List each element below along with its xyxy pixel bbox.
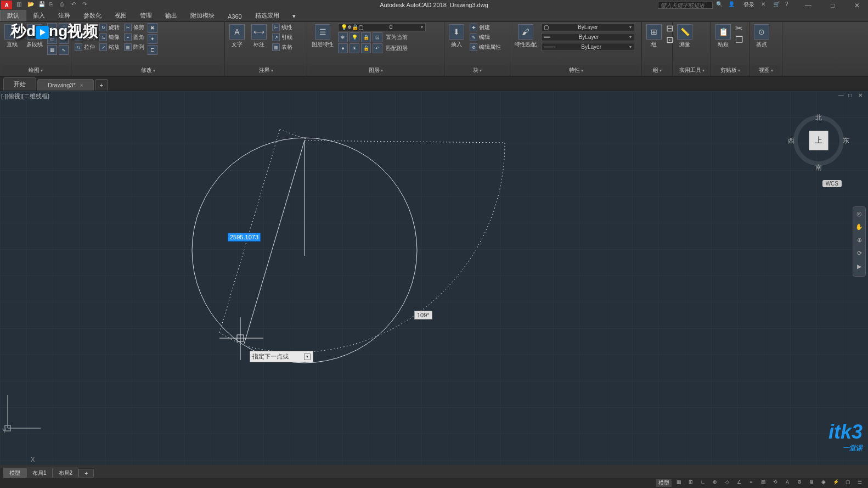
layout-tab-2[interactable]: 布局2 — [53, 468, 79, 479]
user-icon[interactable]: 👤 — [728, 1, 737, 9]
layer-freeze-icon[interactable]: ❄ — [338, 32, 348, 42]
make-current-button[interactable]: 置为当前 — [385, 32, 409, 42]
erase-icon[interactable]: ✖ — [148, 23, 157, 33]
status-polar-icon[interactable]: ⊛ — [710, 479, 720, 487]
status-snap-icon[interactable]: ⊞ — [686, 479, 696, 487]
status-cycling-icon[interactable]: ⟲ — [770, 479, 780, 487]
block-create-button[interactable]: ✚创建 — [469, 23, 502, 32]
panel-block-title[interactable]: 块 — [447, 65, 508, 75]
status-annoscale-icon[interactable]: A — [782, 479, 792, 487]
block-editattr-button[interactable]: ⚙编辑属性 — [469, 43, 502, 52]
file-tab-drawing[interactable]: Drawing3*× — [37, 79, 94, 91]
layer-iso-icon[interactable]: ⊡ — [373, 32, 382, 42]
status-otrack-icon[interactable]: ∠ — [734, 479, 744, 487]
layer-off-icon[interactable]: 💡 — [350, 32, 359, 42]
lineweight-dropdown[interactable]: ━━ ByLayer — [541, 33, 634, 41]
tab-insert[interactable]: 插入 — [26, 10, 52, 21]
panel-group-title[interactable]: 组 — [644, 65, 670, 75]
table-button[interactable]: ▦表格 — [271, 43, 294, 52]
status-ortho-icon[interactable]: ∟ — [698, 479, 708, 487]
match-layer-button[interactable]: 匹配图层 — [385, 43, 409, 53]
arc-icon[interactable]: ⌒ — [59, 23, 69, 33]
explode-icon[interactable]: ✦ — [148, 34, 157, 44]
prompt-dropdown-icon[interactable]: ▾ — [304, 354, 311, 360]
panel-properties-title[interactable]: 特性 — [512, 65, 639, 75]
tab-featured[interactable]: 精选应用 — [249, 10, 286, 21]
measure-button[interactable]: 📏测量 — [675, 23, 695, 49]
search-icon[interactable]: 🔍 — [716, 1, 725, 9]
status-osnap-icon[interactable]: ◇ — [722, 479, 732, 487]
status-isolate-icon[interactable]: ◉ — [819, 479, 828, 487]
login-button[interactable]: 登录 — [743, 1, 754, 9]
tab-expand-icon[interactable]: ▾ — [286, 11, 302, 21]
offset-icon[interactable]: ⊏ — [148, 45, 157, 55]
status-clean-icon[interactable]: ▢ — [843, 479, 853, 487]
spline-icon[interactable]: ∿ — [59, 45, 69, 55]
qat-open-icon[interactable]: 📂 — [27, 1, 35, 9]
help-icon[interactable]: ? — [785, 1, 794, 9]
status-hardware-icon[interactable]: ⚡ — [831, 479, 841, 487]
exchange-icon[interactable]: ✕ — [761, 1, 770, 9]
qat-save-icon[interactable]: 💾 — [38, 1, 46, 9]
tab-a360[interactable]: A360 — [221, 12, 249, 21]
panel-utilities-title[interactable]: 实用工具 — [675, 65, 708, 75]
qat-new-icon[interactable]: ▥ — [16, 1, 24, 9]
mirror-button[interactable]: ⇋镜像 — [98, 33, 121, 42]
status-grid-icon[interactable]: ▦ — [674, 479, 684, 487]
linetype-dropdown[interactable]: ─── ByLayer — [541, 43, 634, 51]
stretch-button[interactable]: ⇆拉伸 — [74, 43, 96, 52]
distance-input[interactable]: 2595.1073 — [228, 233, 261, 242]
app-icon[interactable]: A — [1, 1, 12, 9]
polyline-button[interactable]: ⌇多段线 — [24, 23, 45, 49]
trim-button[interactable]: ✂修剪 — [123, 23, 145, 32]
dimension-button[interactable]: ⟷标注 — [249, 23, 269, 49]
layer-lock-icon[interactable]: 🔒 — [361, 32, 371, 42]
status-workspace-icon[interactable]: ⚙ — [794, 479, 804, 487]
copy-button[interactable]: ❐复制 — [74, 33, 96, 42]
layer-unlock-icon[interactable]: 🔓 — [361, 43, 371, 53]
status-transparency-icon[interactable]: ▨ — [758, 479, 768, 487]
panel-annotate-title[interactable]: 注释 — [227, 65, 305, 75]
minimize-button[interactable]: — — [797, 2, 819, 9]
file-tab-start[interactable]: 开始 — [3, 77, 36, 91]
text-button[interactable]: A文字 — [227, 23, 247, 49]
tab-view[interactable]: 视图 — [108, 10, 133, 21]
layout-tab-add[interactable]: + — [78, 469, 94, 478]
leader-button[interactable]: ↗引线 — [271, 33, 294, 42]
close-tab-icon[interactable]: × — [80, 82, 83, 88]
status-custom-icon[interactable]: ☰ — [855, 479, 865, 487]
basepoint-button[interactable]: ⊙基点 — [752, 23, 771, 49]
group-button[interactable]: ⊞组 — [644, 23, 664, 49]
qat-plot-icon[interactable]: ⎙ — [60, 1, 68, 9]
panel-clipboard-title[interactable]: 剪贴板 — [713, 65, 747, 75]
linear-button[interactable]: ⊢线性 — [271, 23, 294, 32]
circle-icon[interactable]: ○ — [47, 23, 57, 33]
new-tab-button[interactable]: + — [95, 79, 108, 91]
panel-layers-title[interactable]: 图层 — [309, 65, 442, 75]
layer-prev-icon[interactable]: ↶ — [373, 43, 382, 53]
block-insert-button[interactable]: ⬇插入 — [447, 23, 466, 49]
paste-button[interactable]: 📋粘贴 — [713, 23, 733, 49]
layer-on-icon[interactable]: ● — [338, 43, 348, 53]
status-model[interactable]: 模型 — [656, 479, 672, 487]
match-properties-button[interactable]: 🖌特性匹配 — [512, 23, 539, 49]
panel-modify-title[interactable]: 修改 — [74, 65, 222, 75]
qat-undo-icon[interactable]: ↶ — [71, 1, 79, 9]
layout-tab-model[interactable]: 模型 — [3, 468, 26, 479]
color-dropdown[interactable]: ▢ ByLayer — [541, 23, 634, 31]
hatch-icon[interactable]: ▦ — [47, 45, 57, 55]
layer-thaw-icon[interactable]: ☀ — [350, 43, 359, 53]
copy-clip-icon[interactable]: ❐ — [735, 35, 743, 45]
status-lwt-icon[interactable]: ≡ — [746, 479, 756, 487]
scale-button[interactable]: ⤢缩放 — [98, 43, 121, 52]
panel-draw-title[interactable]: 绘图 — [2, 65, 69, 75]
tab-annotate[interactable]: 注释 — [52, 10, 77, 21]
close-button[interactable]: ✕ — [846, 2, 868, 9]
layout-tab-1[interactable]: 布局1 — [26, 468, 53, 479]
panel-view-title[interactable]: 视图 — [752, 65, 780, 75]
move-button[interactable]: ✥移动 — [74, 23, 96, 32]
rotate-button[interactable]: ↻旋转 — [98, 23, 121, 32]
cart-icon[interactable]: 🛒 — [773, 1, 782, 9]
help-search-input[interactable] — [658, 2, 713, 9]
tab-manage[interactable]: 管理 — [133, 10, 159, 21]
